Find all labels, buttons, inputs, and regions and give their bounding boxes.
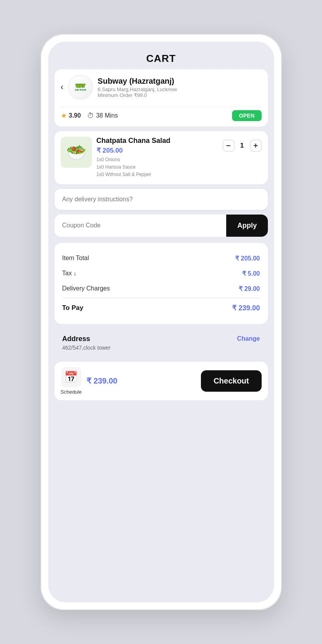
apply-coupon-button[interactable]: Apply — [226, 215, 267, 237]
phone-frame: CART ‹ WAY eat fresh Subway (Hazratganj)… — [40, 34, 282, 610]
subway-logo-text: WAY — [75, 83, 86, 88]
delivery-charges-value: ₹ 29.00 — [239, 285, 260, 292]
customization-1: 1x0 Onions — [97, 156, 218, 164]
checkout-total: ₹ 239.00 — [86, 376, 197, 385]
item-total-row: Item Total ₹ 205.00 — [62, 251, 260, 266]
item-total-value: ₹ 205.00 — [235, 255, 260, 262]
delivery-charges-label: Delivery Charges — [62, 285, 110, 292]
schedule-icon-box[interactable]: 📅 — [61, 367, 81, 387]
address-title: Address — [62, 335, 90, 343]
address-header: Address Change — [62, 335, 260, 343]
time-value: 38 Mins — [96, 112, 118, 119]
tax-value: ₹ 5.00 — [242, 270, 260, 277]
back-button[interactable]: ‹ — [61, 82, 63, 92]
item-details: Chatpata Chana Salad ₹ 205.00 1x0 Onions… — [97, 137, 218, 179]
delivery-charges-row: Delivery Charges ₹ 29.00 — [62, 281, 260, 296]
schedule-wrap: 📅 Schedule — [61, 367, 82, 395]
restaurant-divider — [61, 107, 262, 107]
delivery-instructions-wrap — [55, 189, 268, 210]
item-quantity-control: − 1 + — [223, 140, 262, 151]
tax-row: Tax ↓ ₹ 5.00 — [62, 266, 260, 281]
page-title: CART — [56, 53, 266, 65]
address-text: 462/547,clock tower — [62, 345, 260, 351]
item-total-label: Item Total — [62, 255, 89, 262]
open-status-badge: OPEN — [232, 110, 262, 121]
customization-3: 1x0 Without Salt & Pepper — [97, 171, 218, 178]
item-name: Chatpata Chana Salad — [97, 137, 218, 145]
restaurant-min-order: Minimum Order ₹99.0 — [98, 92, 262, 98]
restaurant-logo: WAY eat fresh — [68, 75, 93, 100]
to-pay-value: ₹ 239.00 — [232, 304, 260, 312]
bill-summary-card: Item Total ₹ 205.00 Tax ↓ ₹ 5.00 Deliver… — [55, 243, 268, 324]
schedule-label: Schedule — [61, 389, 82, 395]
phone-inner: CART ‹ WAY eat fresh Subway (Hazratganj)… — [48, 42, 274, 602]
item-image: 🥗 — [61, 137, 92, 168]
tax-arrow-icon: ↓ — [74, 270, 76, 276]
food-emoji: 🥗 — [66, 143, 86, 162]
checkout-bar: 📅 Schedule ₹ 239.00 Checkout — [55, 362, 268, 400]
restaurant-top: ‹ WAY eat fresh Subway (Hazratganj) 6,Sa… — [61, 75, 262, 100]
rating-section: ★ 3.90 — [61, 111, 81, 120]
rating-value: 3.90 — [69, 112, 81, 119]
time-info: ⏱ 38 Mins — [87, 112, 118, 120]
item-price: ₹ 205.00 — [97, 146, 218, 155]
restaurant-name: Subway (Hazratganj) — [98, 77, 262, 86]
change-address-button[interactable]: Change — [237, 335, 260, 342]
decrease-quantity-button[interactable]: − — [223, 140, 234, 151]
tax-label: Tax ↓ — [62, 270, 76, 277]
star-icon: ★ — [61, 111, 67, 120]
restaurant-stats: ★ 3.90 ⏱ 38 Mins OPEN — [61, 110, 262, 121]
address-card: Address Change 462/547,clock tower — [55, 329, 268, 357]
cart-item-card: 🥗 Chatpata Chana Salad ₹ 205.00 1x0 Onio… — [55, 131, 268, 184]
coupon-code-input[interactable] — [55, 215, 227, 237]
bill-divider — [62, 298, 260, 298]
restaurant-card: ‹ WAY eat fresh Subway (Hazratganj) 6,Sa… — [55, 69, 268, 127]
customization-2: 1x0 Harissa Sauce — [97, 164, 218, 171]
cart-header: CART — [48, 42, 274, 69]
restaurant-info: Subway (Hazratganj) 6,Sapru Marg,Hazratg… — [98, 77, 262, 98]
subway-fresh-text: eat fresh — [75, 88, 86, 91]
item-customizations: 1x0 Onions 1x0 Harissa Sauce 1x0 Without… — [97, 156, 218, 179]
clock-icon: ⏱ — [87, 112, 94, 120]
checkout-button[interactable]: Checkout — [201, 370, 261, 392]
schedule-icon: 📅 — [64, 371, 78, 384]
coupon-section: Apply — [55, 215, 268, 237]
to-pay-label: To Pay — [62, 304, 83, 312]
delivery-instructions-input[interactable] — [55, 189, 268, 210]
increase-quantity-button[interactable]: + — [250, 140, 262, 151]
to-pay-row: To Pay ₹ 239.00 — [62, 300, 260, 316]
quantity-value: 1 — [238, 142, 246, 150]
restaurant-address: 6,Sapru Marg,Hazratganj, Lucknow — [98, 86, 262, 92]
